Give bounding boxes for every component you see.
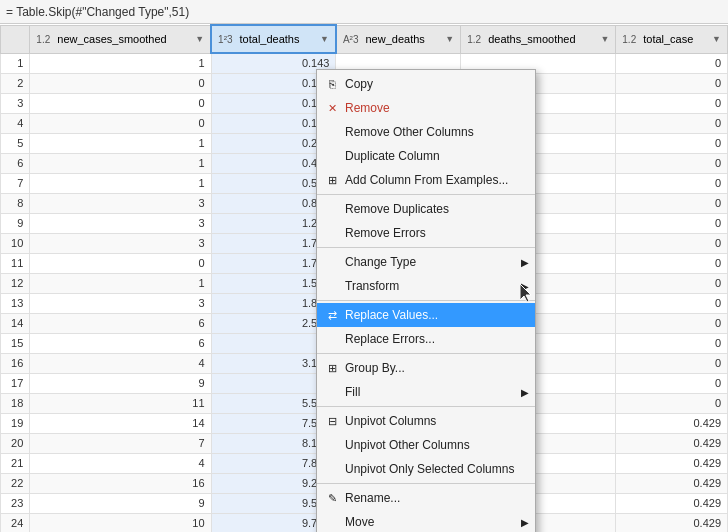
col-header-total-deaths[interactable]: 1²3 total_deaths ▼ [211, 25, 336, 53]
menu-item-change-type[interactable]: Change Type▶ [317, 250, 535, 274]
table-cell: 0 [616, 173, 728, 193]
menu-item-remove-errors[interactable]: Remove Errors [317, 221, 535, 245]
menu-item-replace-values[interactable]: ⇄Replace Values... [317, 303, 535, 327]
table-cell: 1 [30, 133, 211, 153]
table-cell: 0 [616, 53, 728, 73]
row-number: 8 [1, 193, 30, 213]
submenu-arrow-move: ▶ [521, 517, 529, 528]
table-cell: 1 [30, 173, 211, 193]
table-cell: 0 [616, 313, 728, 333]
table-cell: 1 [30, 53, 211, 73]
table-cell: 3 [30, 293, 211, 313]
menu-label-unpivot-selected: Unpivot Only Selected Columns [345, 462, 514, 476]
table-cell: 0 [616, 293, 728, 313]
col-header-total-cases[interactable]: 1.2 total_case ▼ [616, 25, 728, 53]
table-cell: 16 [30, 473, 211, 493]
menu-item-remove-duplicates[interactable]: Remove Duplicates [317, 197, 535, 221]
remove-icon: ✕ [323, 99, 341, 117]
table-container: 1.2 new_cases_smoothed ▼ 1²3 total_death… [0, 24, 728, 532]
col-header-new-cases-smoothed[interactable]: 1.2 new_cases_smoothed ▼ [30, 25, 211, 53]
menu-item-copy[interactable]: ⎘Copy [317, 72, 535, 96]
row-number: 9 [1, 213, 30, 233]
menu-item-unpivot-other[interactable]: Unpivot Other Columns [317, 433, 535, 457]
table-cell: 0 [616, 233, 728, 253]
row-number: 11 [1, 253, 30, 273]
row-number: 2 [1, 73, 30, 93]
menu-item-remove[interactable]: ✕Remove [317, 96, 535, 120]
menu-label-remove-other: Remove Other Columns [345, 125, 474, 139]
row-number: 15 [1, 333, 30, 353]
col-dropdown-2[interactable]: ▼ [320, 34, 329, 44]
menu-item-add-from-examples[interactable]: ⊞Add Column From Examples... [317, 168, 535, 192]
menu-item-duplicate[interactable]: Duplicate Column [317, 144, 535, 168]
group-by-icon: ⊞ [323, 359, 341, 377]
col-type-badge-5: 1.2 [622, 34, 636, 45]
table-cell: 0 [30, 253, 211, 273]
menu-label-duplicate: Duplicate Column [345, 149, 440, 163]
menu-label-add-from-examples: Add Column From Examples... [345, 173, 508, 187]
menu-item-unpivot-selected[interactable]: Unpivot Only Selected Columns [317, 457, 535, 481]
table-cell: 6 [30, 333, 211, 353]
col-name-4: deaths_smoothed [488, 33, 575, 45]
table-cell: 3 [30, 233, 211, 253]
table-cell: 0 [616, 93, 728, 113]
table-cell: 1 [30, 153, 211, 173]
table-cell: 0 [616, 393, 728, 413]
menu-item-move[interactable]: Move▶ [317, 510, 535, 532]
table-cell: 0.429 [616, 453, 728, 473]
menu-item-rename[interactable]: ✎Rename... [317, 486, 535, 510]
row-number: 23 [1, 493, 30, 513]
row-number: 21 [1, 453, 30, 473]
unpivot-icon: ⊟ [323, 412, 341, 430]
menu-label-remove-duplicates: Remove Duplicates [345, 202, 449, 216]
col-header-new-deaths[interactable]: A²3 new_deaths ▼ [336, 25, 461, 53]
context-menu: ⎘Copy✕RemoveRemove Other ColumnsDuplicat… [316, 69, 536, 532]
table-cell: 4 [30, 453, 211, 473]
menu-label-transform: Transform [345, 279, 399, 293]
row-number: 6 [1, 153, 30, 173]
row-number: 14 [1, 313, 30, 333]
table-cell: 0 [616, 333, 728, 353]
copy-icon: ⎘ [323, 75, 341, 93]
row-number: 5 [1, 133, 30, 153]
col-dropdown-3[interactable]: ▼ [445, 34, 454, 44]
col-type-badge-3: A²3 [343, 34, 359, 45]
menu-label-change-type: Change Type [345, 255, 416, 269]
menu-item-group-by[interactable]: ⊞Group By... [317, 356, 535, 380]
table-cell: 0.429 [616, 513, 728, 532]
col-header-deaths-smoothed[interactable]: 1.2 deaths_smoothed ▼ [461, 25, 616, 53]
col-dropdown-1[interactable]: ▼ [195, 34, 204, 44]
row-number: 24 [1, 513, 30, 532]
add-from-examples-icon: ⊞ [323, 171, 341, 189]
menu-label-unpivot: Unpivot Columns [345, 414, 436, 428]
menu-separator [317, 353, 535, 354]
menu-item-remove-other[interactable]: Remove Other Columns [317, 120, 535, 144]
formula-bar: = Table.Skip(#"Changed Type",51) [0, 0, 728, 24]
table-cell: 3 [30, 213, 211, 233]
menu-item-transform[interactable]: Transform▶ [317, 274, 535, 298]
table-cell: 0 [30, 113, 211, 133]
table-cell: 0 [30, 93, 211, 113]
menu-item-replace-errors[interactable]: Replace Errors... [317, 327, 535, 351]
menu-separator [317, 483, 535, 484]
row-number: 19 [1, 413, 30, 433]
row-number: 4 [1, 113, 30, 133]
col-dropdown-5[interactable]: ▼ [712, 34, 721, 44]
row-number: 22 [1, 473, 30, 493]
col-name-1: new_cases_smoothed [57, 33, 166, 45]
table-cell: 0 [616, 153, 728, 173]
menu-separator [317, 406, 535, 407]
table-cell: 0 [616, 213, 728, 233]
table-cell: 4 [30, 353, 211, 373]
col-dropdown-4[interactable]: ▼ [600, 34, 609, 44]
menu-item-fill[interactable]: Fill▶ [317, 380, 535, 404]
table-cell: 0 [616, 353, 728, 373]
menu-item-unpivot[interactable]: ⊟Unpivot Columns [317, 409, 535, 433]
row-number: 10 [1, 233, 30, 253]
col-type-badge-2: 1²3 [218, 34, 232, 45]
menu-label-move: Move [345, 515, 374, 529]
col-name-3: new_deaths [365, 33, 424, 45]
row-number: 12 [1, 273, 30, 293]
row-number: 20 [1, 433, 30, 453]
table-cell: 0.429 [616, 493, 728, 513]
